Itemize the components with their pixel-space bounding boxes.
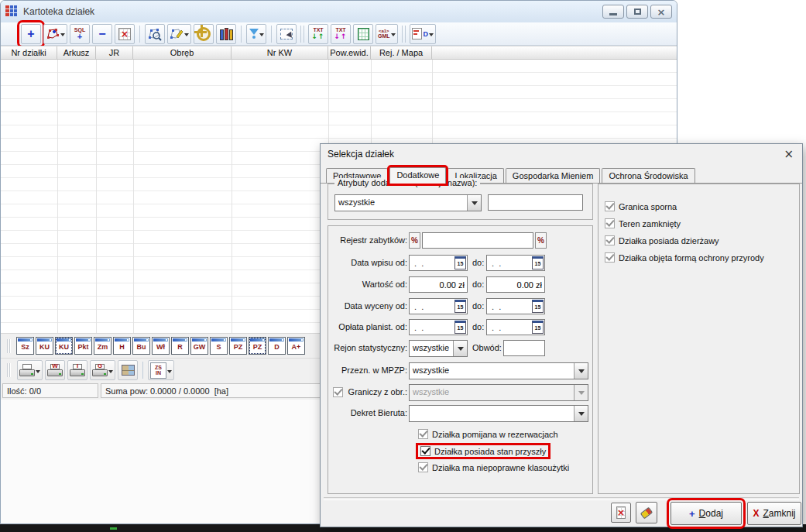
close-button[interactable]: ×	[650, 5, 672, 19]
wartosc-od-input[interactable]	[409, 276, 468, 293]
parcel-type-ku-button[interactable]: KU	[36, 337, 53, 355]
export-gml-button[interactable]: <a1> GML	[376, 24, 398, 44]
oplata-od-field[interactable]: . . 15	[409, 319, 468, 335]
klasouzytki-checkbox[interactable]	[418, 462, 428, 472]
dekret-combo[interactable]	[409, 405, 588, 422]
dialog-close-button[interactable]: ×	[782, 149, 795, 160]
teren-zamkniety-checkbox[interactable]	[605, 218, 615, 228]
column-header-jr[interactable]: JR	[96, 46, 133, 59]
minimize-button[interactable]	[602, 5, 624, 19]
parcel-type-aplus-button[interactable]: A+	[287, 337, 305, 355]
check-dzierzawy: Działka posiada dzierżawy	[605, 235, 719, 245]
map-preview-button[interactable]	[118, 360, 138, 380]
window-titlebar[interactable]: Kartoteka działek ×	[1, 1, 677, 22]
clear-filters-button[interactable]	[636, 502, 657, 523]
column-header-pow-ewid[interactable]: Pow.ewid.	[328, 46, 371, 59]
data-wyceny-do-field[interactable]: . . 15	[486, 298, 545, 314]
settings-button[interactable]	[194, 24, 214, 44]
parcel-type-r-button[interactable]: R	[171, 337, 189, 355]
print-button[interactable]	[17, 360, 43, 380]
dialog-titlebar[interactable]: Selekcja działek ×	[321, 144, 802, 164]
parcel-type-bu-button[interactable]: Bu	[132, 337, 150, 355]
print-i-button[interactable]: I	[67, 360, 87, 380]
column-header-obreb[interactable]: Obręb	[133, 46, 232, 59]
stan-przyszly-checkbox[interactable]	[420, 446, 430, 456]
column-header-nr-kw[interactable]: Nr KW	[232, 46, 328, 59]
parcel-type-s-button[interactable]: S	[210, 337, 228, 355]
data-wpisu-do-field[interactable]: . . 15	[486, 255, 545, 271]
dodaj-label: Dodaj	[699, 508, 723, 519]
wartosc-do-input[interactable]	[486, 276, 545, 293]
mpzp-combo[interactable]: wszystkie	[409, 362, 588, 379]
tab-ochrona-srodowiska[interactable]: Ochrona Środowiska	[602, 168, 695, 183]
obwod-input[interactable]	[503, 340, 545, 356]
percent-left-button[interactable]: %	[409, 232, 420, 249]
export-excel-button[interactable]	[353, 24, 373, 44]
magenta-arrows-icon: ↓↑	[334, 33, 347, 40]
chevron-down-icon	[391, 33, 396, 39]
graniczy-combo[interactable]: wszystkie	[409, 384, 588, 401]
import-txt-button[interactable]: TXT ↓↑	[331, 24, 351, 44]
check-teren-zamkniety: Teren zamknięty	[605, 218, 681, 228]
rejon-combo[interactable]: wszystkie	[409, 340, 468, 357]
parcel-type-ku2-button[interactable]: KU	[55, 337, 73, 355]
zamknij-button[interactable]: X Zamknij	[747, 502, 801, 525]
data-wyceny-od-field[interactable]: . . 15	[409, 298, 468, 314]
parcel-type-gw-button[interactable]: GW	[190, 337, 208, 355]
tab-gospodarka-mieniem[interactable]: Gospodarka Mieniem	[506, 168, 601, 183]
granica-sporna-checkbox[interactable]	[605, 201, 615, 211]
attribute-type-combo[interactable]: wszystkie	[334, 194, 482, 211]
chevron-down-icon	[259, 33, 264, 39]
add-parcel-button[interactable]: +	[21, 24, 41, 44]
tab-dodatkowe[interactable]: Dodatkowe	[389, 167, 446, 184]
parcel-type-zm-button[interactable]: Zm	[94, 337, 111, 355]
export-grid-button[interactable]: ×	[611, 503, 631, 523]
calendar-icon[interactable]: 15	[454, 321, 466, 334]
column-header-arkusz[interactable]: Arkusz	[57, 46, 96, 59]
percent-right-button[interactable]: %	[535, 232, 547, 249]
column-header-nr-dzialki[interactable]: Nr działki	[1, 46, 57, 59]
pomijana-checkbox[interactable]	[418, 429, 428, 439]
rejestr-zabytkow-input[interactable]	[422, 232, 533, 249]
parcel-type-pz-button[interactable]: PZ	[229, 337, 247, 355]
graniczy-checkbox[interactable]	[333, 387, 343, 397]
select-area-button[interactable]	[276, 24, 297, 44]
print-w-button[interactable]: W	[45, 360, 65, 380]
calendar-icon[interactable]: 15	[532, 321, 544, 334]
toolbar-grip[interactable]	[7, 339, 11, 353]
oplata-do-field[interactable]: . . 15	[486, 319, 545, 335]
dodaj-button[interactable]: + Dodaj	[671, 502, 742, 525]
attribute-name-input[interactable]	[488, 194, 583, 211]
remove-parcel-button[interactable]: −	[92, 24, 112, 44]
calendar-icon[interactable]: 15	[454, 300, 466, 313]
export-txt-button[interactable]: TXT ↓↑	[308, 24, 328, 44]
clear-list-button[interactable]: ×	[115, 24, 135, 44]
toolbar-grip[interactable]	[7, 363, 11, 377]
parcel-type-wl-button[interactable]: Wł	[152, 337, 170, 355]
add-by-geometry-button[interactable]	[43, 24, 67, 44]
main-toolbar: + SQL + −	[1, 22, 677, 46]
parcel-type-d-button[interactable]: D	[268, 337, 286, 355]
chevron-down-icon	[184, 33, 189, 39]
browse-registry-button[interactable]	[216, 24, 236, 44]
print-g-button[interactable]: G	[90, 360, 115, 380]
calendar-icon[interactable]: 15	[532, 300, 544, 313]
parcel-type-sz-button[interactable]: Sz	[16, 337, 34, 355]
parcel-type-pkt-button[interactable]: Pkt	[74, 337, 92, 355]
calendar-icon[interactable]: 15	[532, 256, 544, 269]
data-wpisu-od-field[interactable]: . . 15	[409, 255, 468, 271]
parcel-type-h-button[interactable]: H	[113, 337, 131, 355]
move-down-button[interactable]	[246, 24, 266, 44]
maximize-button[interactable]	[626, 5, 648, 19]
ochrona-przyrody-checkbox[interactable]	[605, 252, 615, 263]
column-header-rej-mapa[interactable]: Rej. / Mapa	[371, 46, 432, 59]
calendar-icon[interactable]: 15	[454, 256, 466, 269]
edit-geometry-button[interactable]	[167, 24, 191, 44]
parcel-type-pz2-button[interactable]: PZ	[249, 337, 266, 355]
zsin-button[interactable]: ZSIN	[148, 360, 174, 380]
dzierzawy-checkbox[interactable]	[605, 235, 615, 245]
sql-add-button[interactable]: SQL +	[70, 24, 90, 44]
zoom-to-parcel-button[interactable]	[145, 24, 165, 44]
report-page-icon	[412, 28, 422, 39]
report-zd-button[interactable]: D	[410, 24, 437, 44]
